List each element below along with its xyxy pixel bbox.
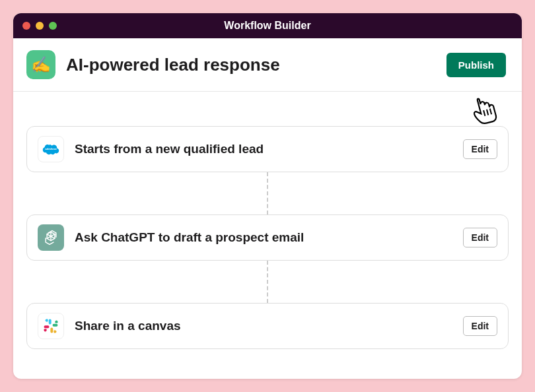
svg-rect-6 — [47, 319, 48, 322]
svg-line-0 — [483, 110, 485, 116]
maximize-window-button[interactable] — [49, 22, 57, 30]
workflow-step[interactable]: Ask ChatGPT to draft a prospect email Ed… — [26, 214, 509, 261]
openai-icon — [38, 224, 64, 251]
svg-line-1 — [487, 110, 488, 115]
workflow-steps-area: salesforce Starts from a new qualified l… — [13, 92, 522, 379]
step-connector — [26, 261, 509, 303]
workflow-builder-window: Workflow Builder ✍️ AI-powered lead resp… — [13, 13, 522, 379]
workflow-step[interactable]: salesforce Starts from a new qualified l… — [26, 126, 509, 172]
step-title: Ask ChatGPT to draft a prospect email — [75, 230, 452, 245]
svg-rect-7 — [53, 324, 58, 327]
svg-rect-15 — [44, 329, 47, 331]
edit-step-button[interactable]: Edit — [463, 316, 497, 336]
step-title: Share in a canvas — [75, 319, 452, 333]
writing-hand-icon: ✍️ — [31, 55, 51, 74]
minimize-window-button[interactable] — [36, 22, 44, 30]
svg-line-2 — [490, 109, 491, 115]
titlebar: Workflow Builder — [13, 13, 522, 38]
svg-rect-10 — [50, 328, 53, 333]
salesforce-icon: salesforce — [38, 136, 64, 162]
svg-rect-12 — [54, 331, 55, 333]
svg-rect-13 — [44, 325, 50, 328]
window-controls — [22, 22, 57, 30]
step-title: Starts from a new qualified lead — [75, 142, 452, 156]
svg-rect-9 — [55, 322, 58, 323]
workflow-step[interactable]: Share in a canvas Edit — [26, 303, 509, 349]
svg-text:salesforce: salesforce — [45, 148, 56, 150]
slack-icon — [38, 313, 64, 339]
workflow-icon: ✍️ — [26, 50, 55, 79]
workflow-header: ✍️ AI-powered lead response Publish — [13, 38, 522, 92]
publish-button[interactable]: Publish — [446, 53, 506, 77]
edit-step-button[interactable]: Edit — [463, 228, 497, 247]
step-connector — [26, 172, 509, 214]
workflow-title: AI-powered lead response — [66, 55, 436, 75]
svg-rect-4 — [49, 319, 52, 325]
edit-step-button[interactable]: Edit — [463, 139, 497, 159]
window-title: Workflow Builder — [224, 20, 310, 32]
close-window-button[interactable] — [22, 22, 30, 30]
